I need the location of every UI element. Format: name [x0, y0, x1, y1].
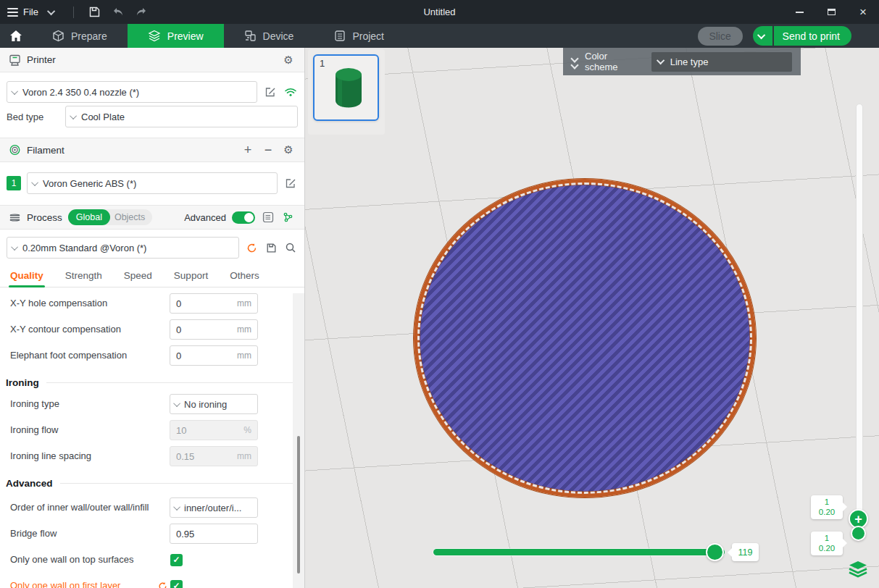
app-window: File Untitled × Prepare — [0, 0, 879, 588]
color-scheme-dropdown[interactable]: Line type — [651, 52, 792, 72]
process-tab-speed[interactable]: Speed — [124, 264, 152, 287]
send-options-button[interactable] — [753, 26, 772, 46]
process-tab-others[interactable]: Others — [230, 264, 259, 287]
file-menu-button[interactable]: File — [7, 7, 38, 17]
ironing-type-dropdown[interactable]: No ironing — [170, 394, 258, 414]
sidebar-scrollbar-thumb[interactable] — [297, 436, 300, 574]
only-one-wall-first-layer-checkbox[interactable]: ✓ — [170, 580, 183, 588]
chevron-down-icon — [47, 7, 55, 14]
collapse-double-chevron-icon[interactable] — [572, 56, 578, 68]
process-tab-support[interactable]: Support — [174, 264, 208, 287]
bridge-flow-input[interactable] — [170, 524, 258, 544]
maximize-button[interactable] — [815, 0, 847, 24]
reset-setting-button[interactable] — [154, 579, 170, 588]
quality-settings-list: X-Y hole compensation mm X-Y contour com… — [0, 293, 304, 588]
layers-mode-button[interactable] — [848, 560, 868, 578]
ironing-type-value: No ironing — [184, 399, 227, 410]
tab-preview[interactable]: Preview — [128, 24, 224, 48]
process-param-search-button[interactable] — [281, 210, 296, 224]
layer-slider-lower-handle[interactable] — [851, 526, 866, 541]
only-one-wall-top-checkbox[interactable]: ✓ — [170, 554, 183, 566]
setting-row: Order of inner wall/outer wall/infill in… — [0, 497, 304, 518]
xy-contour-compensation-input[interactable]: mm — [170, 319, 258, 340]
advanced-group-header: Advanced — [0, 478, 304, 489]
filament-settings-button[interactable]: ⚙ — [281, 143, 296, 157]
title-bar: File Untitled × — [0, 0, 879, 24]
preview-layers-icon — [148, 30, 161, 42]
color-scheme-label: Color scheme — [585, 51, 641, 72]
home-button[interactable] — [0, 24, 32, 48]
save-icon — [88, 6, 101, 18]
setting-value-input — [170, 451, 237, 462]
printer-settings-button[interactable]: ⚙ — [281, 53, 296, 67]
filament-slot-badge[interactable]: 1 — [7, 176, 21, 190]
scope-objects-button[interactable]: Objects — [110, 212, 152, 222]
setting-row: Ironing line spacing mm — [0, 446, 304, 466]
preview-3d-viewport[interactable]: 1 Color scheme Line type 1 0.20 — [305, 48, 879, 588]
chevron-down-icon — [657, 56, 665, 64]
undo-icon — [112, 7, 125, 17]
setting-value-input[interactable] — [170, 529, 257, 539]
printer-preset-dropdown[interactable]: Voron 2.4 350 0.4 nozzle (*) — [7, 81, 257, 103]
chevron-down-icon — [11, 88, 18, 95]
tab-device[interactable]: Device — [224, 24, 314, 48]
process-preset-value: 0.20mm Standard @Voron (*) — [22, 243, 146, 253]
setting-label: Ironing flow — [10, 424, 65, 436]
undo-button[interactable] — [109, 4, 128, 21]
chevron-down-icon — [11, 243, 18, 251]
elephant-foot-compensation-input[interactable]: mm — [170, 345, 258, 366]
wall-order-dropdown[interactable]: inner/outer/i... — [170, 497, 258, 518]
close-button[interactable]: × — [847, 0, 879, 24]
filament-preset-dropdown[interactable]: Voron Generic ABS (*) — [27, 172, 278, 194]
file-menu-dropdown[interactable] — [43, 4, 62, 21]
process-tab-strength[interactable]: Strength — [65, 264, 102, 287]
move-slider-handle[interactable] — [706, 543, 724, 561]
process-save-button[interactable] — [264, 240, 278, 255]
setting-label: Ironing line spacing — [10, 450, 99, 462]
plate-thumbnail[interactable]: 1 — [313, 54, 379, 121]
advanced-toggle[interactable] — [232, 211, 255, 224]
bed-type-dropdown[interactable]: Cool Plate — [65, 106, 298, 127]
process-preset-dropdown[interactable]: 0.20mm Standard @Voron (*) — [7, 237, 239, 259]
printer-edit-button[interactable] — [263, 85, 278, 99]
filament-edit-button[interactable] — [283, 176, 298, 190]
setting-row: Only one wall on top surfaces ✓ — [0, 550, 304, 570]
tab-prepare[interactable]: Prepare — [32, 24, 128, 48]
color-scheme-bar: Color scheme Line type — [563, 48, 801, 75]
tab-preview-label: Preview — [167, 30, 204, 42]
hamburger-icon — [7, 8, 18, 17]
move-slider-track[interactable] — [433, 549, 725, 555]
setting-label: Order of inner wall/outer wall/infill — [10, 502, 162, 513]
slice-button[interactable]: Slice — [698, 27, 743, 46]
remove-filament-button[interactable]: − — [261, 143, 275, 157]
process-list-view-button[interactable] — [261, 210, 275, 224]
redo-button[interactable] — [132, 4, 151, 21]
device-icon — [244, 30, 257, 42]
process-reset-button[interactable] — [244, 240, 259, 255]
setting-value-input[interactable] — [170, 350, 237, 361]
setting-label: Ironing type — [10, 398, 67, 410]
printer-connection-button[interactable] — [283, 85, 298, 99]
layer-number: 1 — [811, 533, 843, 543]
color-scheme-value: Line type — [670, 56, 709, 67]
save-button[interactable] — [86, 4, 104, 21]
send-to-print-button[interactable]: Send to print — [774, 26, 851, 46]
tab-project[interactable]: Project — [314, 24, 404, 48]
minimize-button[interactable] — [783, 0, 815, 24]
layer-height: 0.20 — [811, 507, 843, 517]
wall-order-value: inner/outer/i... — [184, 503, 242, 513]
process-search-button[interactable] — [283, 240, 298, 255]
setting-value-input[interactable] — [170, 324, 237, 335]
scope-global-button[interactable]: Global — [68, 209, 110, 225]
redo-icon — [135, 7, 148, 17]
xy-hole-compensation-input[interactable]: mm — [170, 293, 258, 314]
layer-slider-track[interactable] — [856, 104, 863, 539]
setting-value-input[interactable] — [170, 298, 237, 309]
process-tab-quality[interactable]: Quality — [10, 264, 43, 287]
printer-section-header: Printer ⚙ — [0, 48, 304, 72]
layer-tooltip-top: 1 0.20 — [811, 495, 843, 519]
settings-sidebar: Printer ⚙ Voron 2.4 350 0.4 nozzle (*) B… — [0, 48, 305, 588]
tab-device-label: Device — [263, 30, 294, 42]
ironing-flow-input: % — [170, 420, 258, 440]
add-filament-button[interactable]: + — [241, 143, 255, 157]
